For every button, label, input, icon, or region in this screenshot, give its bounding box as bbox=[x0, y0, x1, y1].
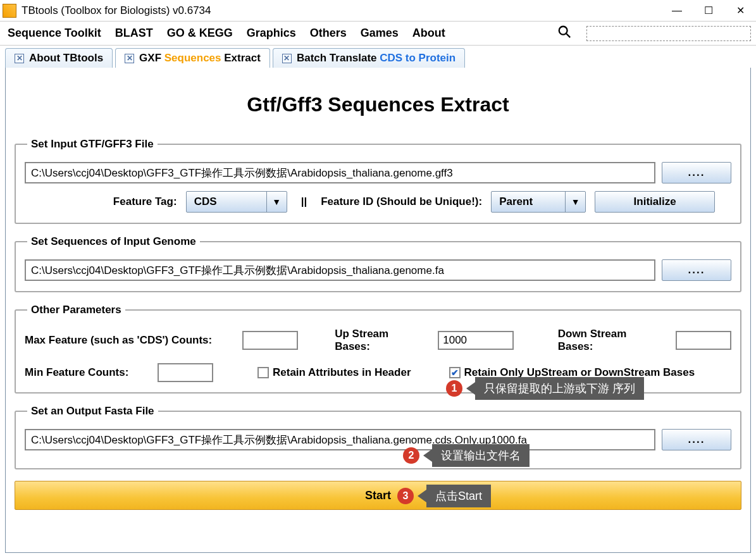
group-output: Set an Output Fasta File .... 2 设置输出文件名 bbox=[15, 405, 741, 469]
initialize-button[interactable]: Initialize bbox=[595, 191, 715, 213]
group-legend: Other Parameters bbox=[27, 304, 125, 316]
gff-browse-button[interactable]: .... bbox=[662, 162, 731, 183]
arrow-left-icon bbox=[466, 382, 475, 395]
annotation-text: 设置输出文件名 bbox=[432, 444, 530, 467]
feature-id-label: Feature ID (Should be Unique!): bbox=[321, 195, 482, 208]
window-title: TBtools (Toolbox for Biologists) v0.6734 bbox=[22, 4, 661, 17]
tab-label: GXF Sequences Extract bbox=[139, 52, 261, 65]
menu-others[interactable]: Others bbox=[307, 24, 349, 42]
minimize-button[interactable]: — bbox=[661, 1, 693, 20]
tab-label: About TBtools bbox=[29, 52, 103, 65]
close-icon[interactable]: ✕ bbox=[282, 54, 292, 63]
annotation-3: 3 点击Start bbox=[397, 485, 491, 507]
arrow-left-icon bbox=[418, 490, 426, 502]
titlebar: TBtools (Toolbox for Biologists) v0.6734… bbox=[0, 0, 756, 22]
menu-sequence-toolkit[interactable]: Sequence Toolkit bbox=[5, 24, 104, 42]
annotation-2: 2 设置输出文件名 bbox=[403, 444, 530, 467]
chevron-down-icon: ▼ bbox=[565, 192, 585, 212]
genome-browse-button[interactable]: .... bbox=[662, 259, 731, 281]
group-input-genome: Set Sequences of Input Genome .... bbox=[15, 235, 741, 292]
annotation-badge: 2 bbox=[403, 447, 419, 464]
menubar: Sequence Toolkit BLAST GO & KEGG Graphic… bbox=[0, 22, 756, 46]
gff-path-input[interactable] bbox=[25, 162, 655, 183]
feature-tag-select[interactable]: CDS ▼ bbox=[186, 191, 287, 213]
separator: || bbox=[301, 195, 307, 208]
content-panel: Gtf/Gff3 Sequences Extract Set Input GTF… bbox=[5, 68, 751, 553]
svg-point-0 bbox=[559, 27, 567, 35]
tab-label: Batch Translate CDS to Protein bbox=[297, 52, 455, 65]
annotation-text: 只保留提取的上游或下游 序列 bbox=[475, 377, 644, 400]
close-button[interactable]: ✕ bbox=[724, 1, 756, 20]
arrow-left-icon bbox=[423, 449, 432, 462]
group-legend: Set an Output Fasta File bbox=[27, 405, 158, 418]
start-button[interactable]: Start bbox=[15, 481, 741, 510]
search-input[interactable] bbox=[586, 26, 751, 41]
page-title: Gtf/Gff3 Sequences Extract bbox=[15, 93, 741, 116]
app-icon bbox=[3, 4, 16, 18]
genome-path-input[interactable] bbox=[25, 259, 655, 281]
close-icon[interactable]: ✕ bbox=[125, 54, 134, 63]
downstream-input[interactable] bbox=[676, 331, 731, 350]
annotation-text: 点击Start bbox=[426, 485, 491, 507]
output-browse-button[interactable]: .... bbox=[662, 429, 731, 450]
upstream-input[interactable] bbox=[438, 331, 514, 350]
group-legend: Set Input GTF/GFF3 File bbox=[27, 138, 158, 151]
svg-line-1 bbox=[566, 34, 570, 37]
group-legend: Set Sequences of Input Genome bbox=[27, 235, 200, 248]
start-label: Start bbox=[365, 489, 391, 502]
max-feature-label: Max Feature (such as 'CDS') Counts: bbox=[25, 334, 230, 347]
menu-graphics[interactable]: Graphics bbox=[244, 24, 299, 42]
chevron-down-icon: ▼ bbox=[266, 192, 287, 212]
min-feature-label: Min Feature Counts: bbox=[25, 366, 145, 379]
close-icon[interactable]: ✕ bbox=[15, 54, 24, 63]
feature-id-select[interactable]: Parent ▼ bbox=[491, 191, 586, 213]
menu-about[interactable]: About bbox=[410, 24, 448, 42]
output-path-input[interactable] bbox=[25, 429, 655, 450]
maximize-button[interactable]: ☐ bbox=[693, 1, 724, 20]
tabs-row: ✕ About TBtools ✕ GXF Sequences Extract … bbox=[0, 46, 756, 68]
group-input-gff: Set Input GTF/GFF3 File .... Feature Tag… bbox=[15, 138, 741, 224]
search-icon[interactable] bbox=[557, 25, 571, 42]
annotation-1: 1 只保留提取的上游或下游 序列 bbox=[446, 377, 644, 400]
feature-tag-label: Feature Tag: bbox=[113, 195, 177, 208]
upstream-label: Up Stream Bases: bbox=[335, 328, 425, 353]
group-other-params: Other Parameters Max Feature (such as 'C… bbox=[15, 304, 741, 394]
checkbox-icon bbox=[257, 367, 269, 378]
annotation-badge: 3 bbox=[397, 488, 414, 504]
menu-blast[interactable]: BLAST bbox=[113, 24, 156, 42]
downstream-label: Down Stream Bases: bbox=[558, 328, 663, 353]
annotation-badge: 1 bbox=[446, 380, 462, 397]
min-feature-input[interactable] bbox=[158, 363, 213, 382]
tab-batch-translate[interactable]: ✕ Batch Translate CDS to Protein bbox=[273, 48, 465, 68]
tab-gxf-sequences-extract[interactable]: ✕ GXF Sequences Extract bbox=[115, 48, 270, 68]
menu-games[interactable]: Games bbox=[358, 24, 401, 42]
retain-attr-checkbox[interactable]: Retain Attributes in Header bbox=[257, 366, 411, 379]
tab-about-tbtools[interactable]: ✕ About TBtools bbox=[5, 48, 113, 68]
menu-go-kegg[interactable]: GO & KEGG bbox=[164, 24, 235, 42]
max-feature-input[interactable] bbox=[242, 331, 298, 350]
